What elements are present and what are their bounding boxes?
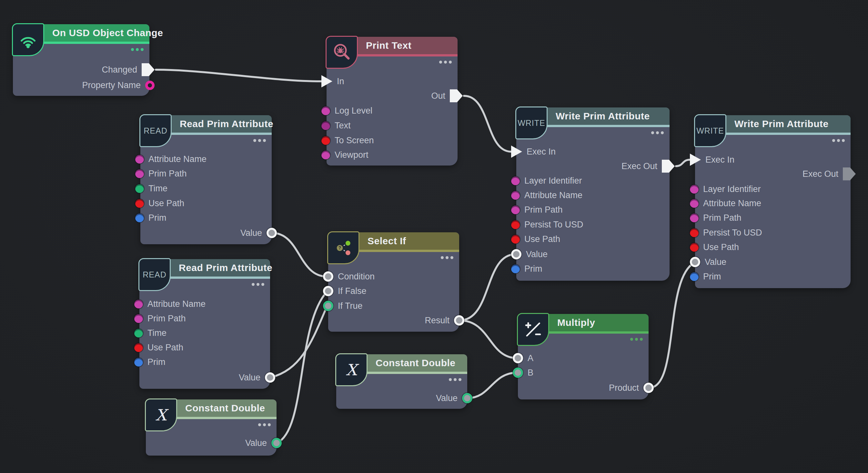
wire-out-to-execin-1[interactable]	[464, 96, 511, 152]
input-pin[interactable]	[690, 185, 699, 194]
pin-row-condition: Condition	[323, 271, 375, 282]
wire-constant2-to-iffalse[interactable]	[277, 292, 327, 443]
input-pin[interactable]	[134, 314, 143, 323]
wire-result-to-multiply-a[interactable]	[460, 320, 517, 358]
wire-product-to-value-wpa2[interactable]	[649, 263, 694, 388]
menu-dots-icon[interactable]	[258, 423, 271, 426]
pin-row-value: Value	[690, 256, 726, 268]
input-pin[interactable]	[511, 177, 520, 185]
wire-value2-to-iftrue[interactable]	[270, 307, 327, 378]
output-pin-connected[interactable]	[265, 372, 275, 383]
input-pin[interactable]	[321, 136, 330, 145]
output-pin-connected[interactable]	[462, 393, 472, 403]
input-pin[interactable]	[135, 169, 144, 178]
menu-dots-icon[interactable]	[253, 139, 266, 142]
node-constant-double-1[interactable]: Constant Double X Value	[336, 354, 467, 409]
input-pin-connected[interactable]	[323, 271, 333, 282]
input-pin-connected[interactable]	[323, 301, 333, 311]
pin-row-if-true: If True	[323, 300, 363, 312]
pin-label: Text	[335, 121, 351, 131]
exec-input-pin[interactable]	[511, 146, 522, 158]
exec-output-pin[interactable]	[142, 63, 155, 76]
input-pin[interactable]	[511, 191, 520, 200]
pin-row-property-name: Property Name	[82, 80, 155, 91]
input-pin[interactable]	[134, 358, 143, 367]
output-pin-connected[interactable]	[267, 228, 277, 238]
menu-dots-icon[interactable]	[651, 131, 664, 134]
input-pin[interactable]	[511, 220, 520, 229]
output-pin-connected[interactable]	[454, 315, 464, 325]
pin-row-layer-identifier: Layer Identifier	[511, 175, 582, 187]
node-read-prim-attribute-2[interactable]: Read Prim Attribute READ Attribute Name …	[140, 259, 270, 389]
input-pin-connected[interactable]	[513, 353, 523, 363]
node-select-if[interactable]: Select If ? Condition If False If True R…	[328, 232, 459, 332]
wire-result-to-value-wpa1[interactable]	[460, 254, 516, 320]
input-pin[interactable]	[134, 300, 143, 309]
input-pin-connected[interactable]	[511, 249, 522, 259]
input-pin-connected[interactable]	[690, 257, 700, 267]
pin-label: Result	[425, 316, 450, 325]
menu-dots-icon[interactable]	[832, 139, 845, 142]
plus-slash-minus-icon	[517, 313, 549, 346]
input-pin[interactable]	[690, 272, 699, 281]
pin-row-changed: Changed	[102, 64, 155, 75]
input-pin[interactable]	[690, 228, 699, 237]
menu-dots-icon[interactable]	[131, 48, 144, 51]
exec-output-pin[interactable]	[450, 89, 463, 102]
output-pin-connected[interactable]	[271, 438, 282, 448]
input-pin[interactable]	[135, 155, 144, 164]
node-multiply[interactable]: Multiply A B Product	[518, 314, 649, 400]
pin-label: A	[528, 353, 533, 363]
output-pin-connected[interactable]	[643, 383, 654, 393]
badge-label: WRITE	[696, 126, 724, 135]
node-write-prim-attribute-2[interactable]: Write Prim Attribute WRITE Exec In Exec …	[695, 115, 850, 288]
input-pin[interactable]	[690, 214, 699, 222]
pin-row-value: Value	[511, 248, 548, 260]
output-pin-unconnected[interactable]	[145, 81, 155, 90]
exec-input-pin[interactable]	[690, 154, 701, 166]
wire-execout1-to-execin-2[interactable]	[676, 160, 690, 166]
menu-dots-icon[interactable]	[439, 61, 452, 64]
node-on-usd-object-change[interactable]: On USD Object Change Changed Property Na…	[13, 24, 149, 96]
pin-label: Value	[240, 228, 262, 238]
node-constant-double-2[interactable]: Constant Double X Value	[146, 400, 277, 455]
exec-output-pin[interactable]	[662, 160, 675, 172]
input-pin[interactable]	[690, 243, 699, 252]
pin-label: Prim	[149, 213, 166, 223]
input-pin[interactable]	[321, 121, 330, 130]
input-pin[interactable]	[690, 199, 699, 208]
node-print-text[interactable]: Print Text In Out Log Level Text To Scre…	[327, 37, 458, 165]
exec-input-pin[interactable]	[321, 75, 332, 88]
exec-output-pin[interactable]	[843, 167, 856, 180]
menu-dots-icon[interactable]	[441, 256, 453, 259]
pin-row-use-path: Use Path	[511, 233, 560, 245]
wire-value1-to-condition[interactable]	[272, 233, 327, 277]
pin-label: Prim	[524, 264, 542, 274]
node-write-prim-attribute-1[interactable]: Write Prim Attribute WRITE Exec In Exec …	[516, 107, 670, 281]
menu-dots-icon[interactable]	[630, 338, 643, 341]
input-pin[interactable]	[511, 206, 520, 214]
input-pin[interactable]	[135, 184, 144, 193]
input-pin[interactable]	[134, 343, 143, 352]
input-pin[interactable]	[321, 106, 330, 115]
node-graph-canvas[interactable]: On USD Object Change Changed Property Na…	[0, 0, 868, 473]
input-pin-connected[interactable]	[513, 368, 523, 378]
pin-row-viewport: Viewport	[321, 149, 369, 161]
pin-row-value: Value	[436, 392, 472, 404]
input-pin[interactable]	[511, 235, 520, 244]
input-pin[interactable]	[321, 151, 330, 159]
debug-magnifier-icon	[326, 36, 358, 69]
input-pin[interactable]	[511, 264, 520, 273]
node-title: Constant Double	[185, 403, 265, 414]
menu-dots-icon[interactable]	[449, 378, 461, 381]
node-title: Select If	[368, 235, 406, 247]
node-read-prim-attribute-1[interactable]: Read Prim Attribute READ Attribute Name …	[141, 115, 272, 244]
input-pin[interactable]	[135, 199, 144, 208]
wire-changed-to-in[interactable]	[156, 70, 321, 81]
input-pin[interactable]	[134, 329, 143, 338]
input-pin[interactable]	[135, 214, 144, 222]
wire-constant1-to-multiply-b[interactable]	[468, 373, 517, 398]
pin-label: B	[528, 368, 533, 378]
input-pin-connected[interactable]	[323, 286, 333, 296]
menu-dots-icon[interactable]	[252, 283, 264, 286]
